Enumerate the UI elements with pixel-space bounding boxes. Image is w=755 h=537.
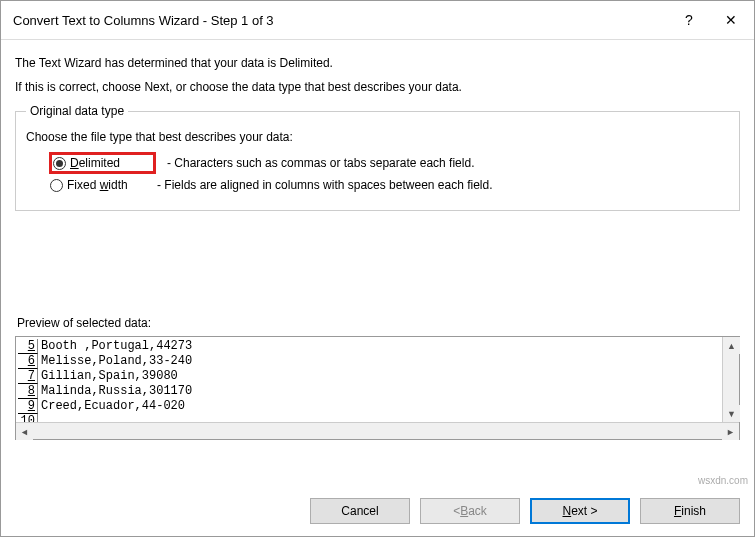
group-legend: Original data type — [26, 104, 128, 118]
intro-line2: If this is correct, choose Next, or choo… — [15, 80, 740, 94]
close-button[interactable]: ✕ — [712, 7, 750, 33]
next-button[interactable]: Next > — [530, 498, 630, 524]
intro-line1: The Text Wizard has determined that your… — [15, 56, 740, 70]
original-data-type-group: Original data type Choose the file type … — [15, 104, 740, 211]
preview-row: 8Malinda,Russia,301170 — [18, 384, 739, 399]
preview-row: 5Booth ,Portugal,44273 — [18, 339, 739, 354]
scroll-up-icon[interactable]: ▲ — [723, 337, 740, 354]
scroll-left-icon[interactable]: ◄ — [16, 423, 33, 440]
preview-scrollbar-horizontal[interactable]: ◄ ► — [16, 422, 739, 439]
watermark: wsxdn.com — [698, 475, 748, 486]
titlebar: Convert Text to Columns Wizard - Step 1 … — [1, 1, 754, 40]
scroll-right-icon[interactable]: ► — [722, 423, 739, 440]
radio-delimited-label: Delimited — [70, 156, 150, 170]
finish-button[interactable]: Finish — [640, 498, 740, 524]
radio-delimited-row[interactable]: Delimited - Characters such as commas or… — [50, 152, 729, 174]
dialog-content: The Text Wizard has determined that your… — [1, 40, 754, 440]
radio-fixedwidth-row[interactable]: Fixed width - Fields are aligned in colu… — [50, 178, 729, 192]
back-button: < Back — [420, 498, 520, 524]
radio-fixedwidth-desc: - Fields are aligned in columns with spa… — [157, 178, 493, 192]
radio-fixedwidth[interactable] — [50, 179, 63, 192]
preview-row: 6Melisse,Poland,33-240 — [18, 354, 739, 369]
cancel-button[interactable]: Cancel — [310, 498, 410, 524]
help-button[interactable]: ? — [670, 7, 708, 33]
dialog-title: Convert Text to Columns Wizard - Step 1 … — [13, 13, 670, 28]
preview-label: Preview of selected data: — [17, 316, 740, 330]
dialog-buttons: Cancel < Back Next > Finish — [310, 498, 740, 524]
delimited-highlight: Delimited — [49, 152, 156, 174]
preview-row: 7Gillian,Spain,39080 — [18, 369, 739, 384]
preview-scrollbar-vertical[interactable]: ▲ ▼ — [722, 337, 739, 422]
group-desc: Choose the file type that best describes… — [26, 130, 729, 144]
titlebar-actions: ? ✕ — [670, 7, 750, 33]
preview-box: 5Booth ,Portugal,44273 6Melisse,Poland,3… — [15, 336, 740, 440]
radio-fixedwidth-label: Fixed width — [67, 178, 147, 192]
radio-delimited-desc: - Characters such as commas or tabs sepa… — [167, 156, 474, 170]
preview-row: 9Creed,Ecuador,44-020 — [18, 399, 739, 414]
scroll-down-icon[interactable]: ▼ — [723, 405, 740, 422]
radio-delimited[interactable] — [53, 157, 66, 170]
